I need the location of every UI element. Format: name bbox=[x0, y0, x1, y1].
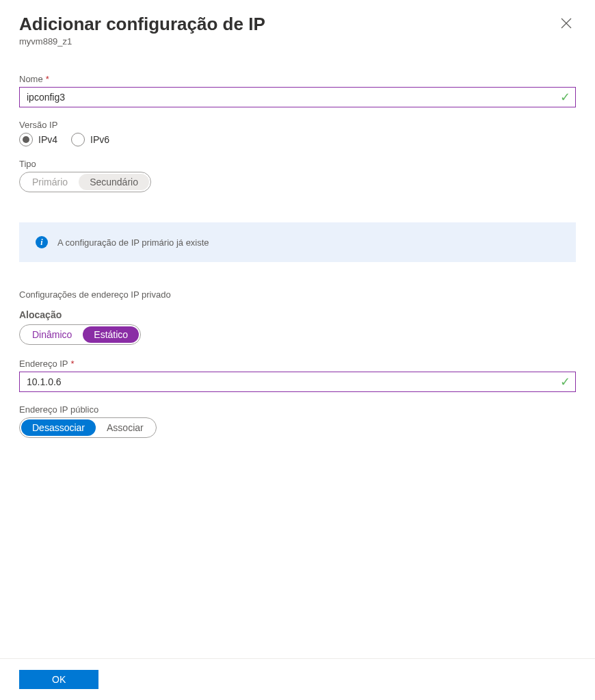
name-label-text: Nome bbox=[19, 74, 43, 84]
radio-ipv4-label: IPv4 bbox=[38, 134, 57, 145]
required-star-icon: * bbox=[46, 74, 49, 84]
ip-address-label-text: Endereço IP bbox=[19, 359, 68, 369]
private-ip-section-heading: Configurações de endereço IP privado bbox=[19, 289, 576, 300]
public-ip-label-text: Endereço IP público bbox=[19, 404, 98, 415]
ip-address-label: Endereço IP * bbox=[19, 359, 576, 369]
pill-primary: Primário bbox=[21, 174, 79, 190]
pill-associate[interactable]: Associar bbox=[96, 419, 155, 436]
ip-version-label: Versão IP bbox=[19, 120, 576, 130]
page-title: Adicionar configuração de IP bbox=[19, 14, 265, 35]
ok-button[interactable]: OK bbox=[19, 670, 98, 689]
radio-icon bbox=[71, 133, 85, 146]
public-ip-label: Endereço IP público bbox=[19, 404, 576, 415]
radio-ipv6-label: IPv6 bbox=[90, 134, 109, 145]
ip-address-input[interactable] bbox=[19, 372, 576, 392]
allocation-label: Alocação bbox=[19, 309, 576, 320]
allocation-toggle: Dinâmico Estático bbox=[19, 324, 141, 345]
checkmark-icon: ✓ bbox=[560, 90, 570, 105]
close-button[interactable] bbox=[557, 14, 576, 35]
name-input[interactable] bbox=[19, 87, 576, 107]
radio-ipv4[interactable]: IPv4 bbox=[19, 133, 57, 146]
close-icon bbox=[561, 18, 572, 29]
radio-ipv6[interactable]: IPv6 bbox=[71, 133, 109, 146]
footer-bar: OK bbox=[0, 658, 595, 700]
info-banner: i A configuração de IP primário já exist… bbox=[19, 222, 576, 262]
checkmark-icon: ✓ bbox=[560, 374, 570, 389]
info-icon: i bbox=[36, 236, 48, 248]
name-label: Nome * bbox=[19, 74, 576, 84]
required-star-icon: * bbox=[71, 359, 75, 369]
pill-dynamic[interactable]: Dinâmico bbox=[21, 326, 83, 343]
type-toggle: Primário Secundário bbox=[19, 172, 151, 192]
type-label: Tipo bbox=[19, 159, 576, 169]
resource-name: myvm889_z1 bbox=[19, 36, 265, 47]
type-label-text: Tipo bbox=[19, 159, 36, 169]
ip-version-label-text: Versão IP bbox=[19, 120, 57, 130]
pill-static[interactable]: Estático bbox=[83, 326, 139, 343]
radio-icon bbox=[19, 133, 33, 146]
public-ip-toggle: Desassociar Associar bbox=[19, 417, 157, 438]
pill-secondary: Secundário bbox=[79, 174, 149, 190]
pill-disassociate[interactable]: Desassociar bbox=[21, 419, 96, 436]
info-message: A configuração de IP primário já existe bbox=[57, 237, 209, 248]
